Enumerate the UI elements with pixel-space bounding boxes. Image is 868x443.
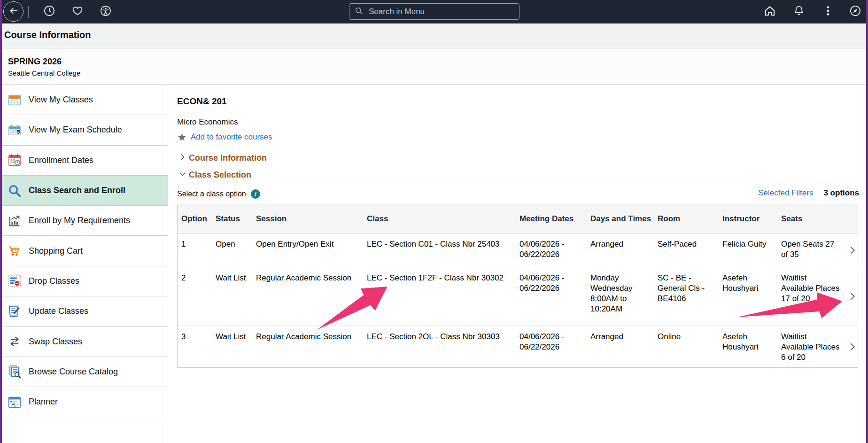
col-header-status: Status xyxy=(216,213,256,224)
table-row[interactable]: 2 Wait List Regular Academic Session LEC… xyxy=(178,267,858,326)
enroll-by-requirements-icon xyxy=(8,214,22,228)
meeting-dates: 04/06/2026 - 06/22/2026 xyxy=(519,326,590,367)
page-title-bar: Course Information xyxy=(0,23,868,48)
sidebar-item-label: Planner xyxy=(29,397,58,407)
instructor: Asefeh Houshyari xyxy=(722,326,781,367)
section-course-information-label: Course Information xyxy=(189,153,267,163)
add-to-favorites[interactable]: ★ Add to favorite courses xyxy=(177,132,272,143)
row-detail-chevron-icon[interactable] xyxy=(846,245,859,256)
days-and-times: Arranged xyxy=(590,233,658,267)
class-search-icon xyxy=(8,184,22,198)
enrollment-dates-icon xyxy=(8,153,22,167)
class-options-table: Option Status Session Class Meeting Date… xyxy=(177,204,858,368)
section-class-selection-label: Class Selection xyxy=(189,170,251,180)
selected-filters-link[interactable]: Selected Filters xyxy=(758,188,813,198)
back-button[interactable] xyxy=(3,1,23,22)
seats: Open Seats 27 of 35 xyxy=(781,233,846,267)
col-header-class: Class xyxy=(367,213,519,224)
chevron-down-icon xyxy=(178,169,189,181)
sidebar-item-label: Update Classes xyxy=(29,306,88,316)
meeting-dates: 04/06/2026 - 06/22/2026 xyxy=(519,267,590,326)
sidebar-item-planner[interactable]: Planner xyxy=(0,387,168,417)
chevron-right-icon xyxy=(178,152,189,164)
class-link[interactable]: LEC - Section C01 - Class Nbr 25403 xyxy=(367,233,519,267)
planner-icon xyxy=(8,395,22,409)
sidebar-item-label: Drop Classes xyxy=(29,276,79,286)
info-icon[interactable]: i xyxy=(251,189,260,199)
sidebar-item-enroll-by-my-requirements[interactable]: Enroll by My Requirements xyxy=(0,206,168,236)
sidebar-item-label: View My Exam Schedule xyxy=(29,125,122,135)
shopping-cart-icon xyxy=(8,244,22,258)
class-link[interactable]: LEC - Section 1F2F - Class Nbr 30302 xyxy=(367,267,519,326)
section-class-selection[interactable]: Class Selection xyxy=(178,169,251,181)
status: Wait List xyxy=(216,267,256,326)
institution-label: Seattle Central College xyxy=(8,69,80,77)
course-title: Micro Economics xyxy=(177,117,238,127)
sidebar-item-swap-classes[interactable]: Swap Classes xyxy=(0,326,168,357)
swap-classes-icon xyxy=(8,334,22,349)
notifications-button[interactable] xyxy=(792,5,806,19)
navbar-compass-icon xyxy=(849,4,862,19)
actions-kebab-icon xyxy=(822,4,835,19)
col-header-option: Option xyxy=(181,213,216,224)
meeting-dates: 04/06/2026 - 06/22/2026 xyxy=(519,233,590,267)
class-link[interactable]: LEC - Section 2OL - Class Nbr 30303 xyxy=(367,326,519,367)
option-number: 1 xyxy=(181,233,216,267)
col-header-seats: Seats xyxy=(781,213,846,224)
col-header-days-times: Days and Times xyxy=(590,213,658,224)
update-classes-icon xyxy=(8,304,22,319)
term-banner: SPRING 2026 Seattle Central College xyxy=(0,48,868,85)
window-edge xyxy=(0,0,2,443)
row-detail-chevron-icon[interactable] xyxy=(846,291,859,302)
room: Online xyxy=(658,326,722,367)
navbar-button[interactable] xyxy=(848,5,862,19)
sidebar-item-label: Class Search and Enroll xyxy=(29,186,125,195)
sidebar-item-view-my-classes[interactable]: View My Classes xyxy=(0,85,168,115)
options-count: 3 options xyxy=(823,188,859,198)
actions-menu-button[interactable] xyxy=(821,5,835,19)
sidebar: View My Classes View My Exam Schedule En… xyxy=(0,85,168,443)
sidebar-item-browse-course-catalog[interactable]: Browse Course Catalog xyxy=(0,357,168,387)
global-header xyxy=(0,0,868,23)
sidebar-item-enrollment-dates[interactable]: Enrollment Dates xyxy=(0,146,168,176)
divider xyxy=(177,166,865,166)
page-title: Course Information xyxy=(4,30,91,40)
home-icon xyxy=(763,4,776,19)
search-icon xyxy=(354,6,368,17)
sidebar-item-drop-classes[interactable]: Drop Classes xyxy=(0,266,168,296)
select-class-option-text: Select a class option xyxy=(177,190,246,198)
option-number: 3 xyxy=(181,326,216,367)
sidebar-item-label: Shopping Cart xyxy=(29,246,83,256)
recent-history-button[interactable] xyxy=(42,5,56,19)
back-icon xyxy=(8,5,20,19)
session: Regular Academic Session xyxy=(256,267,367,326)
sidebar-item-class-search-and-enroll[interactable]: Class Search and Enroll xyxy=(0,176,168,206)
select-class-option-label: Select a class option i xyxy=(177,189,260,199)
home-button[interactable] xyxy=(763,5,777,19)
col-header-session: Session xyxy=(256,213,367,224)
recent-history-icon xyxy=(43,4,56,19)
favorites-button[interactable] xyxy=(70,5,85,19)
section-course-information[interactable]: Course Information xyxy=(178,152,267,164)
sidebar-item-update-classes[interactable]: Update Classes xyxy=(0,296,168,326)
favorite-star-icon: ★ xyxy=(177,132,187,143)
accessibility-button[interactable] xyxy=(99,5,113,19)
sidebar-item-shopping-cart[interactable]: Shopping Cart xyxy=(0,236,168,266)
notifications-bell-icon xyxy=(792,4,806,19)
days-and-times: Monday Wednesday 8:00AM to 10:20AM xyxy=(590,267,658,326)
view-my-exam-schedule-icon xyxy=(8,123,22,137)
table-row[interactable]: 1 Open Open Entry/Open Exit LEC - Sectio… xyxy=(178,233,858,267)
status: Wait List xyxy=(216,326,256,367)
session: Open Entry/Open Exit xyxy=(256,233,367,267)
search-input[interactable] xyxy=(368,7,514,17)
table-row[interactable]: 3 Wait List Regular Academic Session LEC… xyxy=(178,326,858,367)
menu-search xyxy=(349,3,519,20)
days-and-times: Arranged xyxy=(590,326,658,367)
main-content: ECON& 201 Micro Economics ★ Add to favor… xyxy=(169,85,868,443)
window-edge xyxy=(866,0,868,443)
instructor: Felicia Guity xyxy=(722,233,781,267)
session: Regular Academic Session xyxy=(256,326,367,367)
row-detail-chevron-icon[interactable] xyxy=(846,342,859,352)
seats: Waitlist Available Places 6 of 20 xyxy=(781,326,846,367)
sidebar-item-view-my-exam-schedule[interactable]: View My Exam Schedule xyxy=(0,115,168,145)
